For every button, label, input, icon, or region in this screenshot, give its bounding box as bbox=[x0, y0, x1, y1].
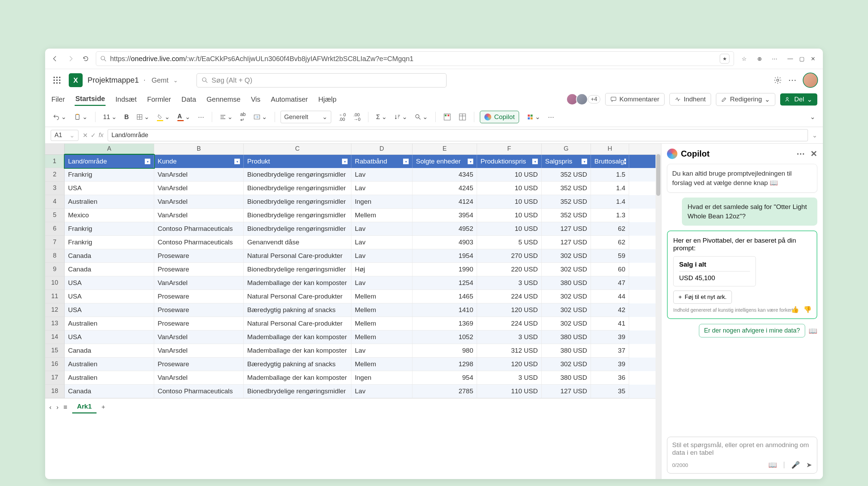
cell[interactable]: 3 USD bbox=[477, 371, 542, 385]
cell[interactable]: 224 USD bbox=[477, 290, 542, 303]
tab-vis[interactable]: Vis bbox=[250, 93, 261, 106]
addins-button[interactable]: ⌄ bbox=[525, 112, 542, 122]
cell[interactable]: 1.5 bbox=[591, 168, 629, 182]
row-number[interactable]: 16 bbox=[45, 358, 65, 371]
cell[interactable]: Mellem bbox=[351, 317, 412, 330]
thumbs-down-icon[interactable]: 👎 bbox=[803, 305, 812, 313]
undo-button[interactable]: ⌄ bbox=[51, 112, 68, 122]
cell[interactable]: 120 USD bbox=[477, 358, 542, 371]
autosum-button[interactable]: Σ ⌄ bbox=[374, 112, 389, 122]
cell[interactable]: 352 USD bbox=[542, 182, 591, 195]
cell[interactable]: Bæredygtig pakning af snacks bbox=[244, 358, 351, 371]
tab-startside[interactable]: Startside bbox=[75, 93, 106, 106]
col-header[interactable]: C bbox=[244, 144, 351, 154]
cell[interactable]: 10 USD bbox=[477, 222, 542, 236]
table-header[interactable]: Rabatbånd▾ bbox=[351, 155, 412, 168]
table-row[interactable]: 17AustralienVanArsdelMademballage der ka… bbox=[45, 371, 661, 385]
cell[interactable]: 352 USD bbox=[542, 195, 591, 209]
cell[interactable]: 302 USD bbox=[542, 358, 591, 371]
table-header[interactable]: Solgte enheder▾ bbox=[412, 155, 477, 168]
borders-button[interactable]: ⌄ bbox=[134, 112, 151, 122]
cell[interactable]: Australien bbox=[65, 317, 154, 330]
table-row[interactable]: 8CanadaProsewareNatural Personal Care-pr… bbox=[45, 249, 661, 263]
filter-icon[interactable]: ▾ bbox=[624, 159, 626, 164]
confirm-icon[interactable]: ✓ bbox=[91, 132, 96, 139]
cell[interactable]: 1465 bbox=[412, 290, 477, 303]
table-header[interactable]: Salgspris▾ bbox=[542, 155, 591, 168]
cell[interactable]: Lav bbox=[351, 182, 412, 195]
cell[interactable]: 39 bbox=[591, 330, 629, 344]
row-number[interactable]: 6 bbox=[45, 222, 65, 236]
cell[interactable]: Frankrig bbox=[65, 222, 154, 236]
cell[interactable]: Bionedbrydelige rengøringsmidler bbox=[244, 222, 351, 236]
row-number[interactable]: 13 bbox=[45, 317, 65, 330]
cell[interactable]: Lav bbox=[351, 222, 412, 236]
align-button[interactable]: ⌄ bbox=[218, 112, 235, 122]
cell[interactable]: VanArsdel bbox=[154, 344, 244, 358]
cell[interactable]: 380 USD bbox=[542, 330, 591, 344]
cell[interactable]: 10 USD bbox=[477, 182, 542, 195]
font-color-button[interactable]: A⌄ bbox=[175, 111, 192, 123]
cell[interactable]: Canada bbox=[65, 249, 154, 263]
cell[interactable]: Mademballage der kan komposter bbox=[244, 371, 351, 385]
comments-button[interactable]: Kommentarer bbox=[605, 93, 665, 106]
table-row[interactable]: 6FrankrigContoso PharmaceuticalsBionedbr… bbox=[45, 222, 661, 236]
cell[interactable]: 1254 bbox=[412, 276, 477, 290]
cell[interactable]: VanArsdel bbox=[154, 182, 244, 195]
select-all-corner[interactable] bbox=[45, 144, 65, 154]
cell[interactable]: Ingen bbox=[351, 195, 412, 209]
row-number[interactable]: 18 bbox=[45, 385, 65, 398]
cell[interactable]: Lav bbox=[351, 385, 412, 398]
table-row[interactable]: 15CanadaVanArsdelMademballage der kan ko… bbox=[45, 344, 661, 358]
cell[interactable]: 4952 bbox=[412, 222, 477, 236]
cell[interactable]: 41 bbox=[591, 317, 629, 330]
table-row[interactable]: 13AustralienProsewareNatural Personal Ca… bbox=[45, 317, 661, 330]
cell[interactable]: Proseware bbox=[154, 358, 244, 371]
cell[interactable]: 127 USD bbox=[542, 222, 591, 236]
tab-automatiser[interactable]: Automatiser bbox=[270, 93, 309, 106]
cell[interactable]: 1990 bbox=[412, 263, 477, 276]
cell[interactable]: Lav bbox=[351, 168, 412, 182]
cell[interactable]: 62 bbox=[591, 236, 629, 249]
vertical-scrollbar[interactable] bbox=[656, 153, 661, 479]
tab-hjaelp[interactable]: Hjælp bbox=[318, 93, 337, 106]
conditional-format-button[interactable] bbox=[441, 112, 453, 122]
cell[interactable]: 220 USD bbox=[477, 263, 542, 276]
cell[interactable]: 380 USD bbox=[542, 344, 591, 358]
table-header[interactable]: Produktionspris▾ bbox=[477, 155, 542, 168]
minimize-button[interactable]: — bbox=[787, 56, 793, 62]
all-sheets-icon[interactable]: ≡ bbox=[64, 403, 67, 411]
cell[interactable]: Canada bbox=[65, 344, 154, 358]
cell[interactable]: VanArsdel bbox=[154, 276, 244, 290]
cell[interactable]: Proseware bbox=[154, 303, 244, 317]
cell[interactable]: 10 USD bbox=[477, 209, 542, 222]
cell[interactable]: Genanvendt dåse bbox=[244, 236, 351, 249]
row-number[interactable]: 7 bbox=[45, 236, 65, 249]
cell[interactable]: Mellem bbox=[351, 303, 412, 317]
filter-icon[interactable]: ▾ bbox=[582, 159, 587, 164]
name-box[interactable]: A1⌄ bbox=[51, 130, 78, 141]
col-header[interactable]: E bbox=[412, 144, 477, 154]
filter-icon[interactable]: ▾ bbox=[532, 159, 538, 164]
cell[interactable]: 3 USD bbox=[477, 276, 542, 290]
cell[interactable]: Mellem bbox=[351, 290, 412, 303]
cell[interactable]: 302 USD bbox=[542, 263, 591, 276]
cell[interactable]: Contoso Pharmaceuticals bbox=[154, 222, 244, 236]
sheet-tab[interactable]: Ark1 bbox=[72, 401, 97, 413]
cell[interactable]: Proseware bbox=[154, 290, 244, 303]
cell[interactable]: Natural Personal Care-produkter bbox=[244, 290, 351, 303]
mic-icon[interactable]: 🎤 bbox=[791, 461, 800, 469]
merge-button[interactable]: ⌄ bbox=[251, 112, 269, 122]
cell[interactable]: VanArsdel bbox=[154, 371, 244, 385]
table-header[interactable]: Produkt▾ bbox=[244, 155, 351, 168]
sort-filter-button[interactable]: ⌄ bbox=[392, 112, 409, 122]
tab-formler[interactable]: Formler bbox=[147, 93, 172, 106]
cell[interactable]: 302 USD bbox=[542, 290, 591, 303]
tab-data[interactable]: Data bbox=[181, 93, 197, 106]
settings-icon[interactable] bbox=[774, 76, 782, 84]
cell[interactable]: 2785 bbox=[412, 385, 477, 398]
filter-icon[interactable]: ▾ bbox=[468, 159, 473, 164]
cell[interactable]: Mellem bbox=[351, 209, 412, 222]
share-button[interactable]: Del ⌄ bbox=[780, 93, 817, 106]
font-size-select[interactable]: 11 ⌄ bbox=[101, 112, 119, 122]
